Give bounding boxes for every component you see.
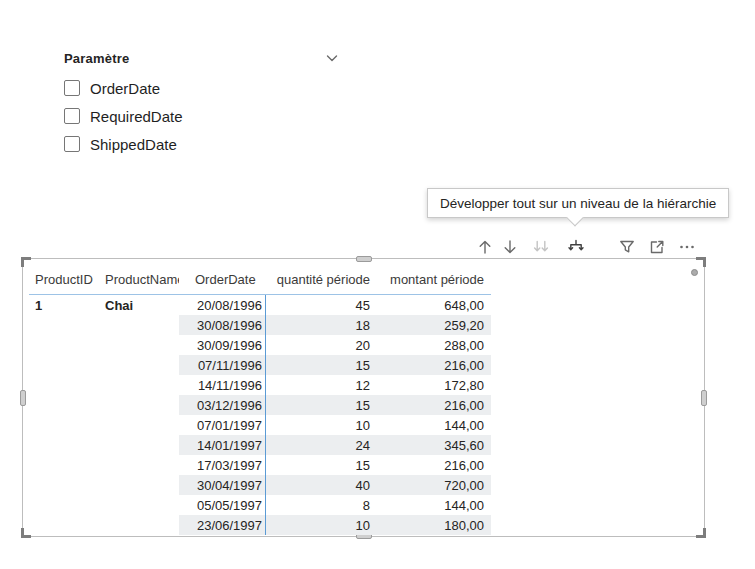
table-cell[interactable]: 45 [266, 295, 371, 315]
table-row[interactable]: 30/09/199620288,00 [29, 335, 491, 355]
table-cell[interactable]: 07/01/1997 [179, 415, 266, 435]
table-row[interactable]: 30/04/199740720,00 [29, 475, 491, 495]
column-header-quantite[interactable]: quantité période [266, 265, 371, 294]
table-cell[interactable]: 144,00 [371, 495, 491, 515]
slicer-item-shippeddate[interactable]: ShippedDate [64, 130, 340, 158]
table-cell[interactable]: 216,00 [371, 395, 491, 415]
table-cell[interactable] [29, 315, 99, 335]
table-cell[interactable]: 23/06/1997 [179, 515, 266, 535]
table-row[interactable]: 07/01/199710144,00 [29, 415, 491, 435]
drill-down-icon[interactable] [499, 235, 521, 259]
resize-handle-left[interactable] [20, 390, 26, 406]
table-cell[interactable]: 14/01/1997 [179, 435, 266, 455]
resize-handle-top-right[interactable] [696, 257, 706, 267]
checkbox-unchecked[interactable] [64, 136, 80, 152]
column-header-orderdate[interactable]: OrderDate [179, 265, 266, 294]
table-cell[interactable]: 30/04/1997 [179, 475, 266, 495]
table-cell[interactable]: 40 [266, 475, 371, 495]
table-cell[interactable]: 648,00 [371, 295, 491, 315]
column-header-productid[interactable]: ProductID [29, 265, 99, 294]
table-row[interactable]: 1Chai20/08/199645648,00 [29, 295, 491, 315]
table-cell[interactable] [99, 315, 179, 335]
more-options-icon[interactable] [676, 235, 698, 259]
table-cell[interactable]: 15 [266, 395, 371, 415]
table-cell[interactable]: 720,00 [371, 475, 491, 495]
checkbox-unchecked[interactable] [64, 108, 80, 124]
table-cell[interactable]: 259,20 [371, 315, 491, 335]
table-cell[interactable]: 20/08/1996 [179, 295, 266, 315]
table-cell[interactable]: 144,00 [371, 415, 491, 435]
expand-all-icon[interactable] [565, 235, 587, 259]
table-row[interactable]: 14/11/199612172,80 [29, 375, 491, 395]
table-cell[interactable]: 1 [29, 295, 99, 315]
table-cell[interactable] [99, 475, 179, 495]
slicer-item-label[interactable]: OrderDate [90, 80, 160, 97]
table-cell[interactable] [99, 375, 179, 395]
chevron-down-icon[interactable] [324, 50, 340, 66]
table-cell[interactable]: 20 [266, 335, 371, 355]
table-cell[interactable] [29, 475, 99, 495]
table-cell[interactable] [99, 335, 179, 355]
table-cell[interactable] [29, 395, 99, 415]
table-cell[interactable]: 18 [266, 315, 371, 335]
table-cell[interactable]: 288,00 [371, 335, 491, 355]
table-cell[interactable]: 10 [266, 415, 371, 435]
filter-icon[interactable] [616, 235, 638, 259]
resize-handle-bottom-right[interactable] [696, 528, 706, 538]
go-to-next-level-icon[interactable] [530, 235, 552, 259]
table-cell[interactable] [29, 455, 99, 475]
matrix-visual[interactable]: ProductID ProductName OrderDate quantité… [22, 258, 705, 537]
table-cell[interactable]: 17/03/1997 [179, 455, 266, 475]
table-row[interactable]: 05/05/19978144,00 [29, 495, 491, 515]
table-cell[interactable]: 8 [266, 495, 371, 515]
table-cell[interactable] [99, 515, 179, 535]
table-cell[interactable] [29, 375, 99, 395]
table-cell[interactable] [29, 415, 99, 435]
table-row[interactable]: 14/01/199724345,60 [29, 435, 491, 455]
table-row[interactable]: 17/03/199715216,00 [29, 455, 491, 475]
table-row[interactable]: 30/08/199618259,20 [29, 315, 491, 335]
table-cell[interactable] [29, 355, 99, 375]
slicer-item-requireddate[interactable]: RequiredDate [64, 102, 340, 130]
drill-up-icon[interactable] [474, 235, 496, 259]
slicer-item-orderdate[interactable]: OrderDate [64, 74, 340, 102]
table-cell[interactable] [99, 355, 179, 375]
table-cell[interactable] [99, 435, 179, 455]
slicer-item-label[interactable]: ShippedDate [90, 136, 177, 153]
table-cell[interactable]: 345,60 [371, 435, 491, 455]
column-header-montant[interactable]: montant période [371, 265, 491, 294]
table-cell[interactable]: 05/05/1997 [179, 495, 266, 515]
table-cell[interactable]: Chai [99, 295, 179, 315]
table-cell[interactable]: 30/09/1996 [179, 335, 266, 355]
table-cell[interactable]: 03/12/1996 [179, 395, 266, 415]
table-cell[interactable] [29, 335, 99, 355]
table-cell[interactable]: 180,00 [371, 515, 491, 535]
table-cell[interactable]: 14/11/1996 [179, 375, 266, 395]
table-cell[interactable]: 12 [266, 375, 371, 395]
table-cell[interactable]: 172,80 [371, 375, 491, 395]
table-cell[interactable]: 07/11/1996 [179, 355, 266, 375]
table-cell[interactable] [99, 395, 179, 415]
table-cell[interactable] [99, 495, 179, 515]
table-cell[interactable]: 216,00 [371, 355, 491, 375]
table-row[interactable]: 07/11/199615216,00 [29, 355, 491, 375]
table-cell[interactable] [29, 495, 99, 515]
table-cell[interactable]: 10 [266, 515, 371, 535]
table-row[interactable]: 03/12/199615216,00 [29, 395, 491, 415]
column-header-productname[interactable]: ProductName [99, 265, 179, 294]
table-row[interactable]: 23/06/199710180,00 [29, 515, 491, 535]
table-cell[interactable]: 30/08/1996 [179, 315, 266, 335]
table-cell[interactable] [99, 415, 179, 435]
checkbox-unchecked[interactable] [64, 80, 80, 96]
table-cell[interactable]: 15 [266, 455, 371, 475]
table-cell[interactable]: 216,00 [371, 455, 491, 475]
table-cell[interactable]: 24 [266, 435, 371, 455]
table-cell[interactable] [29, 515, 99, 535]
table-cell[interactable] [99, 455, 179, 475]
slicer-item-label[interactable]: RequiredDate [90, 108, 183, 125]
table-cell[interactable]: 15 [266, 355, 371, 375]
table-cell[interactable] [29, 435, 99, 455]
focus-mode-icon[interactable] [646, 235, 668, 259]
resize-handle-top[interactable] [356, 256, 372, 262]
resize-handle-right[interactable] [701, 390, 707, 406]
